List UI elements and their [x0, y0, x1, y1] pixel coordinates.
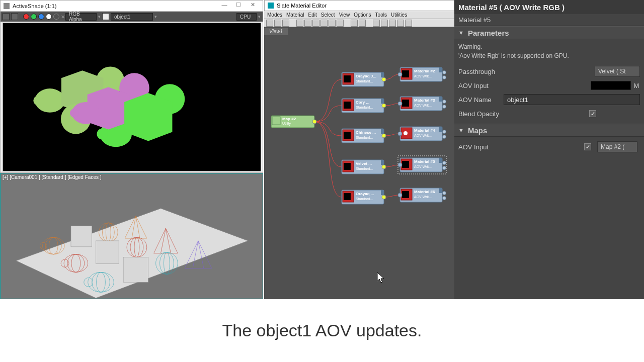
svg-text:AOV Writ...: AOV Writ... [414, 195, 432, 199]
svg-point-2 [33, 96, 43, 106]
svg-rect-40 [123, 257, 148, 283]
svg-text:Standard...: Standard... [356, 136, 373, 139]
aov-name-input[interactable] [504, 94, 640, 105]
tool-g-icon[interactable] [351, 20, 358, 27]
svg-rect-29 [96, 241, 119, 264]
tool-k-icon[interactable] [389, 20, 396, 27]
tool-j-icon[interactable] [381, 20, 388, 27]
svg-text:Chinese ...: Chinese ... [356, 130, 376, 135]
tool-i-icon[interactable] [373, 20, 380, 27]
node-canvas[interactable]: Map #2 Utility Orayaq J...Standard... Co… [264, 35, 454, 299]
svg-text:AOV Writ...: AOV Writ... [414, 74, 432, 78]
passthrough-value[interactable]: Velvet ( St [595, 66, 640, 77]
swatch-icon[interactable] [102, 13, 109, 20]
window-title: ActiveShade (1:1) [13, 3, 56, 9]
svg-text:Orayaq ...: Orayaq ... [356, 192, 374, 196]
maximize-button[interactable]: ☐ [231, 2, 246, 11]
alpha-mode-select[interactable]: RGB Alpha [65, 13, 97, 21]
svg-text:Material #2: Material #2 [414, 69, 435, 73]
viewport-label: [+] [Camera001 ] [Standard ] [Edged Face… [3, 174, 102, 180]
minimize-button[interactable]: — [217, 2, 231, 11]
tool-c-icon[interactable] [312, 20, 319, 27]
rollout-parameters[interactable]: ▼Parameters [454, 26, 644, 39]
svg-text:Material #3: Material #3 [414, 98, 435, 103]
maps-aov-checkbox[interactable]: ✓ [584, 143, 591, 150]
slate-toolbar [264, 19, 454, 27]
panel-title: Material #5 ( AOV Write RGB ) [454, 0, 644, 14]
label-passthrough: Passthrough [458, 68, 539, 75]
chevron-down-icon: ▼ [458, 127, 464, 133]
svg-text:Cory ...: Cory ... [356, 100, 369, 105]
tool-b-icon[interactable] [304, 20, 311, 27]
menu-utilities[interactable]: Utilities [391, 12, 407, 18]
slate-menubar: Modes Material Edit Select View Options … [264, 11, 454, 19]
menu-select[interactable]: Select [321, 12, 335, 18]
close-button[interactable]: ✕ [246, 2, 260, 11]
activeshade-titlebar[interactable]: ActiveShade (1:1) — ☐ ✕ [1, 1, 263, 12]
node-map2[interactable]: Map #2 Utility [271, 116, 316, 128]
svg-text:Utility: Utility [282, 122, 291, 126]
svg-point-61 [312, 120, 316, 124]
copy-icon[interactable] [11, 13, 18, 20]
app-icon [4, 3, 10, 9]
menu-view[interactable]: View [339, 12, 350, 18]
svg-marker-12 [124, 93, 172, 141]
tool-e-icon[interactable] [329, 20, 336, 27]
tool-eyedrop-icon[interactable] [282, 20, 289, 27]
channel-b-icon[interactable] [38, 14, 44, 20]
aov-select[interactable]: object1 [111, 13, 153, 21]
aov-input-swatch[interactable] [591, 81, 631, 90]
channel-a-icon[interactable] [46, 14, 52, 20]
tool-brush-icon[interactable] [274, 20, 281, 27]
svg-point-6 [97, 129, 108, 140]
menu-material[interactable]: Material [286, 12, 304, 18]
aov-input-map-button[interactable]: M [633, 82, 640, 89]
tool-f-icon[interactable] [337, 20, 344, 27]
tool-h-icon[interactable] [359, 20, 366, 27]
menu-edit[interactable]: Edit [308, 12, 317, 18]
tool-l-icon[interactable] [397, 20, 404, 27]
activeshade-window: ActiveShade (1:1) — ☐ ✕ ✕ RGB Alpha ▾ ob… [0, 0, 263, 173]
slate-title: Slate Material Editor [277, 3, 327, 9]
gpu-warning: Warning. 'Aov Write Rgb' is not supporte… [458, 42, 640, 60]
menu-modes[interactable]: Modes [267, 12, 282, 18]
svg-rect-18 [71, 226, 92, 247]
camera-viewport[interactable]: [+] [Camera001 ] [Standard ] [Edged Face… [0, 173, 263, 299]
tool-pick-icon[interactable] [266, 20, 273, 27]
menu-tools[interactable]: Tools [375, 12, 387, 18]
svg-text:Map #2: Map #2 [282, 117, 296, 121]
node-material5[interactable]: Material #5AOV Writ... [398, 156, 446, 174]
slate-tabbar: View1 [264, 27, 454, 35]
slate-editor: Slate Material Editor Modes Material Edi… [264, 0, 454, 299]
svg-text:Standard...: Standard... [356, 79, 373, 83]
save-icon[interactable] [3, 13, 10, 20]
tool-d-icon[interactable] [320, 20, 328, 27]
svg-text:Velvet ...: Velvet ... [356, 161, 372, 166]
maps-aov-value[interactable]: Map #2 ( [597, 141, 637, 152]
device-select[interactable]: CPU [236, 13, 257, 21]
chevron-down-icon: ▼ [458, 30, 464, 36]
slate-titlebar[interactable]: Slate Material Editor [264, 0, 454, 11]
svg-marker-13 [16, 208, 248, 298]
channel-r-icon[interactable] [23, 14, 29, 20]
activeshade-toolbar: ✕ RGB Alpha ▾ object1 ▾ CPU ▾ [1, 12, 263, 22]
panel-subtitle: Material #5 [454, 14, 644, 26]
tool-a-icon[interactable] [296, 20, 303, 27]
svg-point-10 [70, 109, 79, 118]
render-view [3, 23, 261, 171]
svg-rect-60 [272, 117, 280, 125]
svg-text:AOV Writ...: AOV Writ... [414, 165, 432, 168]
label-maps-aov-input: AOV Input [458, 143, 539, 151]
tab-view1[interactable]: View1 [264, 28, 288, 35]
svg-text:Material #6: Material #6 [414, 190, 435, 194]
blend-opacity-checkbox[interactable]: ✓ [589, 110, 596, 117]
tool-m-icon[interactable] [405, 20, 412, 27]
label-blend-opacity: Blend Opacity [458, 110, 539, 118]
svg-text:Standard...: Standard... [356, 197, 373, 201]
rollout-maps[interactable]: ▼Maps [454, 124, 644, 137]
channel-g-icon[interactable] [31, 14, 37, 20]
channel-mono-icon[interactable] [53, 14, 59, 20]
slate-app-icon [268, 3, 274, 9]
menu-options[interactable]: Options [354, 12, 371, 18]
svg-point-17 [40, 242, 47, 249]
